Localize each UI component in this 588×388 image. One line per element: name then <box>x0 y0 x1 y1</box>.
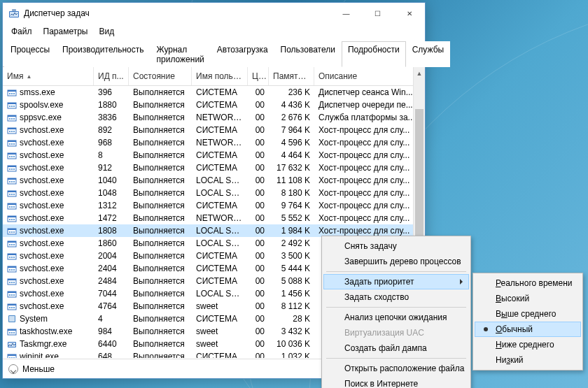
cell-name: svchost.exe <box>3 288 94 300</box>
table-row[interactable]: smss.exe396ВыполняетсяСИСТЕМА00236 KДисп… <box>3 86 425 99</box>
table-row[interactable]: svchost.exe912ВыполняетсяСИСТЕМА0017 632… <box>3 161 425 174</box>
svg-rect-5 <box>9 93 10 94</box>
table-row[interactable]: sppsvc.exe3836ВыполняетсяNETWORK...002 6… <box>3 111 425 124</box>
fewer-details-label[interactable]: Меньше <box>22 364 55 374</box>
svg-rect-20 <box>9 131 10 132</box>
tab-processes[interactable]: Процессы <box>4 41 56 67</box>
menu-item[interactable]: Задать приоритет <box>323 274 469 289</box>
close-button[interactable]: ✕ <box>393 3 425 24</box>
priority-option[interactable]: Выше среднего <box>475 306 581 322</box>
minimize-button[interactable]: — <box>330 3 362 24</box>
priority-option[interactable]: Ниже среднего <box>475 337 581 352</box>
table-row[interactable]: svchost.exe1312ВыполняетсяСИСТЕМА009 764… <box>3 199 425 212</box>
table-row[interactable]: svchost.exe1040ВыполняетсяLOCAL SE...001… <box>3 174 425 187</box>
menu-item[interactable]: Открыть расположение файла <box>323 361 469 376</box>
tabstrip: Процессы Производительность Журнал прило… <box>3 41 425 67</box>
cell-cpu: 00 <box>248 213 269 224</box>
cell-desc: Хост-процесс для слу... <box>314 213 425 224</box>
svg-rect-51 <box>11 206 13 208</box>
cell-pid: 2404 <box>94 263 129 274</box>
menu-view[interactable]: Вид <box>94 25 118 38</box>
svg-rect-57 <box>13 219 15 220</box>
cell-pid: 1808 <box>94 225 129 236</box>
cell-mem: 5 088 K <box>269 275 314 287</box>
cell-cpu: 00 <box>248 200 269 211</box>
priority-option[interactable]: Обычный <box>475 322 581 337</box>
cell-mem: 5 552 K <box>269 213 314 224</box>
process-icon <box>7 352 17 358</box>
tab-users[interactable]: Пользователи <box>274 41 342 67</box>
menu-separator <box>326 271 466 272</box>
menu-item: Виртуализация UAC <box>323 325 469 340</box>
menu-item[interactable]: Поиск в Интернете <box>323 376 469 388</box>
tab-services[interactable]: Службы <box>406 41 450 67</box>
priority-option[interactable]: Низкий <box>475 352 581 368</box>
tab-startup[interactable]: Автозагрузка <box>211 41 274 67</box>
tab-details[interactable]: Подробности <box>342 41 406 67</box>
titlebar[interactable]: Диспетчер задач — ☐ ✕ <box>3 3 425 24</box>
menu-separator <box>326 358 466 359</box>
menu-file[interactable]: Файл <box>7 25 36 38</box>
menu-options[interactable]: Параметры <box>39 25 92 38</box>
col-cpu[interactable]: ЦП <box>248 67 269 85</box>
col-user[interactable]: Имя польз... <box>192 67 248 85</box>
cell-name: svchost.exe <box>3 213 94 224</box>
cell-cpu: 00 <box>248 87 269 98</box>
context-menu: Снять задачуЗавершить дерево процессовЗа… <box>321 236 471 388</box>
menu-item[interactable]: Завершить дерево процессов <box>323 254 469 269</box>
cell-pid: 968 <box>94 137 129 148</box>
menu-item[interactable]: Задать сходство <box>323 289 469 305</box>
table-row[interactable]: svchost.exe968ВыполняетсяNETWORK...004 5… <box>3 136 425 149</box>
svg-rect-41 <box>11 181 13 182</box>
cell-pid: 912 <box>94 162 129 173</box>
cell-name: svchost.exe <box>3 238 94 250</box>
cell-desc: Хост-процесс для слу... <box>314 225 425 236</box>
col-state[interactable]: Состояние <box>129 67 192 85</box>
svg-rect-76 <box>11 269 13 271</box>
menu-item[interactable]: Анализ цепочки ожидания <box>323 310 469 325</box>
tab-app-history[interactable]: Журнал приложений <box>150 41 211 67</box>
priority-option[interactable]: Реального времени <box>475 275 581 291</box>
col-desc[interactable]: Описание <box>314 67 425 85</box>
cell-user: LOCAL SE... <box>192 187 248 199</box>
cell-user: СИСТЕМА <box>192 351 248 358</box>
cell-state: Выполняется <box>129 351 192 358</box>
svg-rect-42 <box>13 181 15 182</box>
cell-state: Выполняется <box>129 288 192 299</box>
svg-rect-17 <box>13 118 15 120</box>
cell-name: svchost.exe <box>3 200 94 212</box>
svg-rect-12 <box>13 106 15 107</box>
svg-rect-44 <box>8 191 16 192</box>
col-mem[interactable]: Память (ч... <box>269 67 314 85</box>
cell-pid: 8 <box>94 150 129 161</box>
table-row[interactable]: svchost.exe892ВыполняетсяСИСТЕМА007 964 … <box>3 124 425 136</box>
cell-cpu: 00 <box>248 99 269 110</box>
menu-item[interactable]: Снять задачу <box>323 238 469 254</box>
cell-cpu: 00 <box>248 263 269 274</box>
process-icon <box>7 125 17 135</box>
table-row[interactable]: svchost.exe1048ВыполняетсяLOCAL SE...008… <box>3 187 425 199</box>
tab-performance[interactable]: Производительность <box>56 41 150 67</box>
cell-user: sweet <box>192 301 248 312</box>
svg-rect-26 <box>11 143 13 145</box>
collapse-icon[interactable] <box>8 364 18 374</box>
svg-rect-9 <box>8 103 16 104</box>
cell-desc: Хост-процесс для слу... <box>314 137 425 148</box>
cell-pid: 648 <box>94 351 129 358</box>
table-row[interactable]: svchost.exe8ВыполняетсяСИСТЕМА004 464 KХ… <box>3 149 425 161</box>
cell-name: svchost.exe <box>3 175 94 187</box>
cell-state: Выполняется <box>129 238 192 249</box>
cell-state: Выполняется <box>129 250 192 261</box>
col-name[interactable]: Имя ▲ <box>3 67 94 85</box>
cell-pid: 892 <box>94 124 129 136</box>
table-row[interactable]: svchost.exe1472ВыполняетсяNETWORK...005 … <box>3 212 425 224</box>
cell-pid: 1312 <box>94 200 129 211</box>
priority-option[interactable]: Высокий <box>475 291 581 306</box>
col-pid[interactable]: ИД п... <box>94 67 129 85</box>
scroll-up-icon[interactable]: ▲ <box>414 67 425 79</box>
menu-item[interactable]: Создать файл дампа <box>323 340 469 356</box>
cell-pid: 396 <box>94 87 129 98</box>
svg-rect-99 <box>13 332 15 333</box>
maximize-button[interactable]: ☐ <box>362 3 393 24</box>
table-row[interactable]: spoolsv.exe1880ВыполняетсяСИСТЕМА004 436… <box>3 99 425 111</box>
